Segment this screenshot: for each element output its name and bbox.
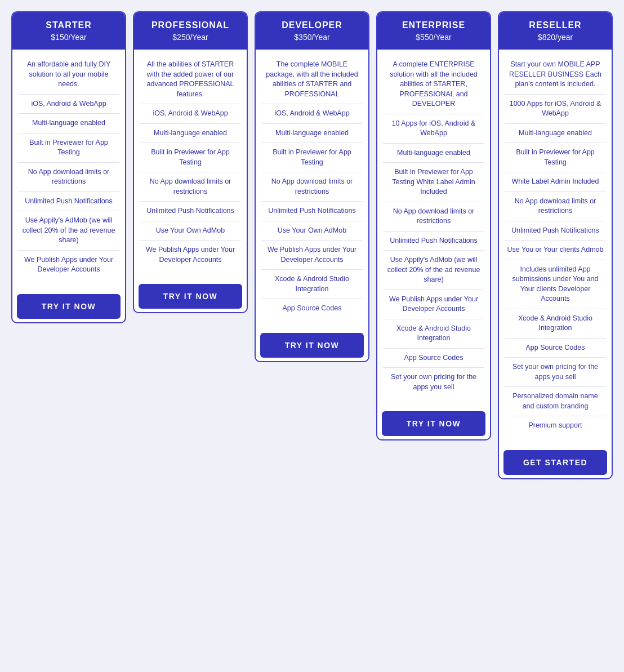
feature-item-reseller-2: Multi-language enabled [505,124,606,144]
feature-item-reseller-1: 1000 Apps for iOS, Android & WebApp [505,95,606,124]
feature-item-professional-2: Multi-language enabled [140,124,241,144]
plan-header-enterprise: ENTERPRISE$550/Year [377,12,490,50]
feature-item-enterprise-3: Built in Previewer for App Testing White… [383,163,484,202]
plan-card-reseller: RESELLER$820/yearStart your own MOBILE A… [498,11,613,479]
try-button-starter[interactable]: TRY IT NOW [17,294,121,319]
feature-item-developer-7: We Publish Apps under Your Developer Acc… [261,241,363,270]
feature-item-starter-1: iOS, Android & WebApp [18,95,119,114]
feature-item-reseller-6: Unlimited Push Notifications [505,221,606,241]
feature-item-professional-0: All the abilities of STARTER with the ad… [140,55,241,104]
feature-item-starter-4: No App download limits or restrictions [18,163,119,192]
try-button-professional[interactable]: TRY IT NOW [139,284,242,309]
feature-item-reseller-9: Xcode & Android Studio Integration [505,309,606,339]
feature-item-reseller-12: Personalized domain name and custom bran… [505,387,606,416]
feature-item-reseller-3: Built in Previewer for App Testing [505,143,606,172]
feature-item-professional-4: No App download limits or restrictions [140,172,241,202]
plan-card-professional: PROFESSIONAL$250/YearAll the abilities o… [133,11,248,313]
feature-item-developer-8: Xcode & Android Studio Integration [261,270,363,299]
plan-body-starter: An affordable and fully DIY solution to … [12,50,125,287]
try-button-reseller[interactable]: GET STARTED [503,450,607,475]
plan-body-enterprise: A complete ENTERPRISE solution with all … [377,50,490,404]
plan-header-professional: PROFESSIONAL$250/Year [134,12,247,50]
feature-item-developer-3: Built in Previewer for App Testing [261,143,363,172]
pricing-container: STARTER$150/YearAn affordable and fully … [11,11,613,479]
feature-item-professional-7: We Publish Apps under Your Developer Acc… [140,241,241,269]
feature-item-enterprise-5: Unlimited Push Notifications [383,232,484,251]
plan-body-professional: All the abilities of STARTER with the ad… [134,50,247,277]
plan-header-developer: DEVELOPER$350/Year [256,12,368,50]
feature-item-professional-1: iOS, Android & WebApp [140,104,241,124]
feature-item-reseller-10: App Source Codes [505,339,606,358]
plan-name-starter: STARTER [17,20,121,30]
feature-item-professional-6: Use Your Own AdMob [140,221,241,241]
plan-name-professional: PROFESSIONAL [139,20,242,30]
feature-item-enterprise-4: No App download limits or restrictions [383,202,484,232]
feature-item-reseller-7: Use You or Your clients Admob [505,241,606,260]
plan-card-enterprise: ENTERPRISE$550/YearA complete ENTERPRISE… [376,11,491,440]
feature-item-professional-5: Unlimited Push Notifications [140,202,241,221]
plan-price-developer: $350/Year [260,33,364,42]
plan-price-starter: $150/Year [17,33,121,42]
feature-item-reseller-11: Set your own pricing for the apps you se… [505,358,606,387]
plan-body-developer: The complete MOBILE package, with all th… [256,50,368,326]
feature-item-enterprise-9: App Source Codes [383,349,484,368]
feature-item-professional-3: Built in Previewer for App Testing [140,143,241,172]
try-button-enterprise[interactable]: TRY IT NOW [382,411,485,436]
feature-item-reseller-13: Premium support [505,416,606,435]
plan-price-enterprise: $550/Year [382,33,485,42]
feature-item-starter-6: Use Appily's AdMob (we will collect 20% … [18,211,119,251]
feature-item-enterprise-1: 10 Apps for iOS, Android & WebApp [383,114,484,144]
feature-item-enterprise-0: A complete ENTERPRISE solution with all … [383,55,484,114]
plan-header-starter: STARTER$150/Year [12,12,125,50]
plan-price-reseller: $820/year [503,33,607,42]
feature-item-developer-4: No App download limits or restrictions [261,172,363,202]
feature-item-enterprise-7: We Publish Apps under Your Developer Acc… [383,290,484,319]
plan-name-enterprise: ENTERPRISE [382,20,485,30]
plan-name-reseller: RESELLER [503,20,607,30]
plan-card-developer: DEVELOPER$350/YearThe complete MOBILE pa… [255,11,369,362]
feature-item-enterprise-8: Xcode & Android Studio Integration [383,319,484,349]
feature-item-reseller-5: No App download limits or restrictions [505,192,606,221]
plan-price-professional: $250/Year [139,33,242,42]
feature-item-enterprise-6: Use Appily's AdMob (we will collect 20% … [383,251,484,290]
feature-item-developer-5: Unlimited Push Notifications [261,202,363,221]
feature-item-starter-3: Built in Previewer for App Testing [18,133,119,163]
feature-item-reseller-8: Includes unlimited App submissions under… [505,260,606,309]
feature-item-starter-0: An affordable and fully DIY solution to … [18,55,119,95]
feature-item-starter-2: Multi-language enabled [18,114,119,133]
feature-item-starter-7: We Publish Apps under Your Developer Acc… [18,251,119,279]
feature-item-reseller-4: White Label Admin Included [505,172,606,192]
feature-item-starter-5: Unlimited Push Notifications [18,192,119,212]
feature-item-developer-6: Use Your Own AdMob [261,221,363,241]
plan-name-developer: DEVELOPER [260,20,364,30]
feature-item-enterprise-10: Set your own pricing for the apps you se… [383,368,484,397]
feature-item-reseller-0: Start your own MOBILE APP RESELLER BUSIN… [505,55,606,95]
try-button-developer[interactable]: TRY IT NOW [260,333,364,358]
feature-item-developer-0: The complete MOBILE package, with all th… [261,55,363,104]
plan-header-reseller: RESELLER$820/year [499,12,612,50]
plan-body-reseller: Start your own MOBILE APP RESELLER BUSIN… [499,50,612,443]
feature-item-developer-1: iOS, Android & WebApp [261,104,363,124]
feature-item-enterprise-2: Multi-language enabled [383,144,484,163]
plan-card-starter: STARTER$150/YearAn affordable and fully … [11,11,126,323]
feature-item-developer-9: App Source Codes [261,299,363,318]
feature-item-developer-2: Multi-language enabled [261,124,363,144]
